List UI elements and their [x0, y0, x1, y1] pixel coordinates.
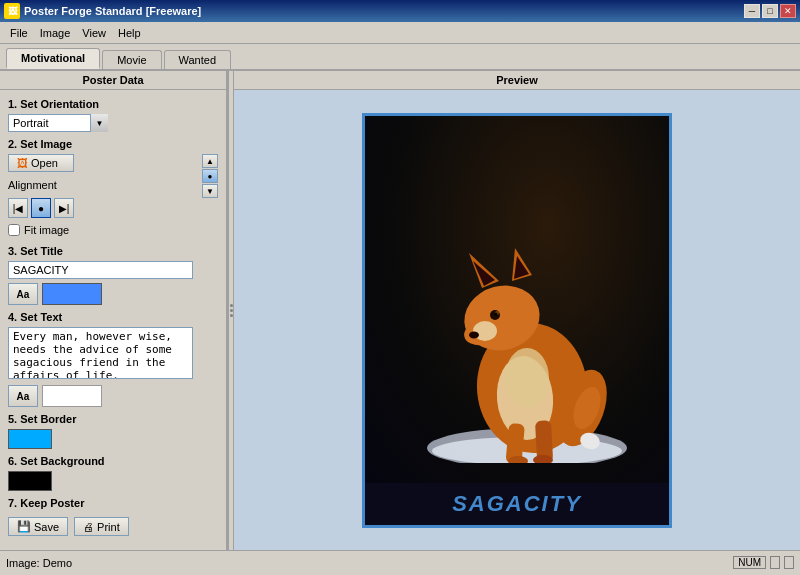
app-icon: 🖼 [4, 3, 20, 19]
align-top-button[interactable]: ▲ [202, 154, 218, 168]
text-font-color-row: Aa [8, 385, 218, 407]
background-color-swatch[interactable] [8, 471, 52, 491]
tab-bar: Motivational Movie Wanted [0, 44, 800, 71]
open-icon: 🖼 [17, 157, 28, 169]
poster-title-text: SAGACITY [373, 491, 661, 517]
save-print-row: 💾 Save 🖨 Print [8, 517, 218, 536]
status-right: NUM [733, 556, 794, 569]
align-center-button[interactable]: ● [31, 198, 51, 218]
keep-section-label: 7. Keep Poster [8, 497, 218, 509]
minimize-button[interactable]: ─ [744, 4, 760, 18]
num-lock-indicator: NUM [733, 556, 766, 569]
alignment-row: Alignment [8, 179, 74, 191]
border-color-swatch[interactable] [8, 429, 52, 449]
tab-movie[interactable]: Movie [102, 50, 161, 69]
print-icon: 🖨 [83, 521, 94, 533]
svg-point-6 [473, 321, 497, 341]
poster-title-area: SAGACITY [365, 483, 669, 525]
menu-bar: File Image View Help [0, 22, 800, 44]
align-right-button[interactable]: ▶| [54, 198, 74, 218]
fox-illustration [427, 213, 627, 463]
alignment-label: Alignment [8, 179, 57, 191]
poster-image-area [365, 116, 669, 483]
align-bottom-button[interactable]: ▼ [202, 184, 218, 198]
status-text: Image: Demo [6, 557, 72, 569]
fit-image-label: Fit image [24, 224, 69, 236]
window-title: Poster Forge Standard [Freeware] [24, 5, 201, 17]
text-textarea[interactable]: Every man, however wise, needs the advic… [8, 327, 193, 379]
orientation-select[interactable]: Portrait Landscape [8, 114, 108, 132]
grip-dot-3 [230, 314, 233, 317]
save-icon: 💾 [17, 520, 31, 533]
title-bar: 🖼 Poster Forge Standard [Freeware] ─ □ ✕ [0, 0, 800, 22]
align-left-button[interactable]: |◀ [8, 198, 28, 218]
print-button[interactable]: 🖨 Print [74, 517, 129, 536]
svg-point-9 [495, 312, 498, 315]
orientation-dropdown-wrap: Portrait Landscape ▼ [8, 114, 108, 132]
window-controls: ─ □ ✕ [744, 4, 796, 18]
orientation-label: 1. Set Orientation [8, 98, 218, 110]
menu-help[interactable]: Help [112, 25, 147, 41]
open-button[interactable]: 🖼 Open [8, 154, 74, 172]
save-button[interactable]: 💾 Save [8, 517, 68, 536]
title-color-swatch[interactable] [42, 283, 102, 305]
status-bar: Image: Demo NUM [0, 550, 800, 574]
svg-point-10 [469, 331, 479, 338]
title-font-button[interactable]: Aa [8, 283, 38, 305]
image-label: 2. Set Image [8, 138, 218, 150]
left-panel: Poster Data 1. Set Orientation Portrait … [0, 71, 228, 550]
poster-fox-image [365, 116, 669, 483]
grip-dot-2 [230, 309, 233, 312]
text-color-swatch[interactable] [42, 385, 102, 407]
poster-data-header: Poster Data [0, 71, 226, 90]
restore-button[interactable]: □ [762, 4, 778, 18]
right-panel: Preview [234, 71, 800, 550]
preview-area: SAGACITY [234, 90, 800, 550]
panel-content: 1. Set Orientation Portrait Landscape ▼ … [0, 90, 226, 550]
fit-image-checkbox[interactable] [8, 224, 20, 236]
title-font-color-row: Aa [8, 283, 218, 305]
tab-motivational[interactable]: Motivational [6, 48, 100, 69]
vertical-align-buttons: ▲ ● ▼ [202, 154, 218, 198]
title-section-label: 3. Set Title [8, 245, 218, 257]
preview-header: Preview [234, 71, 800, 90]
grip-dot-1 [230, 304, 233, 307]
tab-wanted[interactable]: Wanted [164, 50, 232, 69]
menu-image[interactable]: Image [34, 25, 77, 41]
close-button[interactable]: ✕ [780, 4, 796, 18]
fit-image-row: Fit image [8, 224, 74, 236]
background-section-label: 6. Set Background [8, 455, 218, 467]
svg-point-19 [505, 348, 549, 408]
align-middle-button[interactable]: ● [202, 169, 218, 183]
text-section-label: 4. Set Text [8, 311, 218, 323]
main-layout: Poster Data 1. Set Orientation Portrait … [0, 71, 800, 550]
caps-indicator [770, 556, 780, 569]
text-font-button[interactable]: Aa [8, 385, 38, 407]
menu-file[interactable]: File [4, 25, 34, 41]
poster: SAGACITY [362, 113, 672, 528]
title-input[interactable]: SAGACITY [8, 261, 193, 279]
border-section-label: 5. Set Border [8, 413, 218, 425]
scroll-indicator [784, 556, 794, 569]
menu-view[interactable]: View [76, 25, 112, 41]
